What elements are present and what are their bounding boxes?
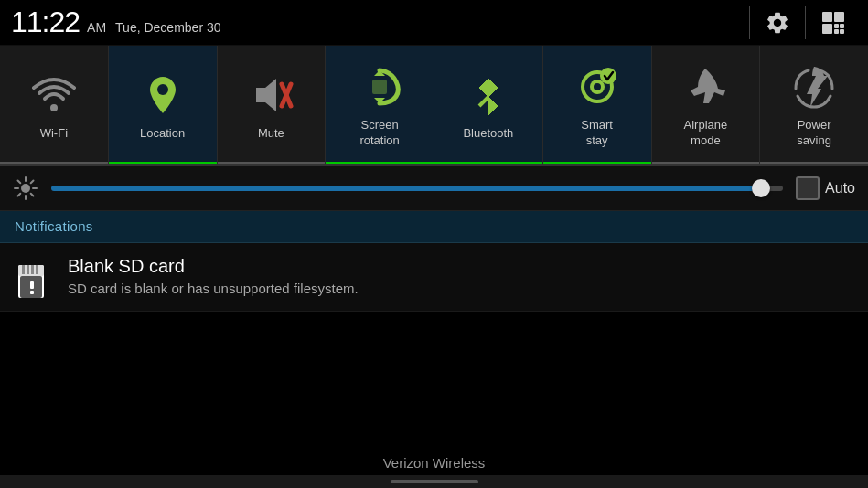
toggle-airplane-mode[interactable]: Airplanemode xyxy=(652,46,761,164)
location-label: Location xyxy=(140,126,185,142)
svg-rect-1 xyxy=(834,12,844,22)
screen-rotation-label: Screenrotation xyxy=(359,118,399,149)
notifications-title: Notifications xyxy=(15,218,93,234)
time-display: 11:22 AM Tue, December 30 xyxy=(11,5,221,39)
notifications-header: Notifications xyxy=(0,211,868,243)
bluetooth-indicator xyxy=(434,162,542,164)
svg-rect-2 xyxy=(822,24,832,34)
settings-button[interactable] xyxy=(754,3,801,43)
sd-card-icon-container xyxy=(15,258,55,298)
svg-line-24 xyxy=(31,181,34,184)
toggle-mute[interactable]: Mute xyxy=(218,46,327,164)
time-hours: 11:22 xyxy=(11,5,80,39)
toggle-power-saving[interactable]: Powersaving xyxy=(760,46,868,164)
svg-line-22 xyxy=(18,181,21,184)
status-bar: 11:22 AM Tue, December 30 xyxy=(0,0,868,46)
wifi-indicator xyxy=(0,162,108,164)
screen-rotation-indicator xyxy=(326,162,434,164)
brightness-row: Auto xyxy=(0,166,868,211)
location-indicator xyxy=(109,162,217,164)
svg-line-25 xyxy=(18,194,21,196)
sd-card-icon xyxy=(15,258,55,298)
toggle-bluetooth[interactable]: Bluetooth xyxy=(434,46,543,164)
notification-item-body: SD card is blank or has unsupported file… xyxy=(68,281,853,296)
svg-rect-11 xyxy=(372,80,387,94)
smart-stay-indicator xyxy=(543,162,651,164)
svg-point-7 xyxy=(157,84,168,95)
bluetooth-icon xyxy=(465,71,512,119)
gear-icon xyxy=(765,10,790,36)
toggle-location[interactable]: Location xyxy=(109,46,218,164)
mute-indicator xyxy=(218,162,326,164)
airplane-mode-indicator xyxy=(652,162,760,164)
power-saving-icon xyxy=(790,63,838,111)
svg-line-12 xyxy=(479,97,488,106)
time-date: Tue, December 30 xyxy=(115,20,220,35)
svg-rect-35 xyxy=(30,281,34,289)
svg-point-15 xyxy=(594,83,601,90)
bottom-bar xyxy=(0,475,868,488)
power-saving-indicator xyxy=(760,162,868,164)
divider xyxy=(749,6,750,39)
wifi-label: Wi-Fi xyxy=(40,126,68,142)
svg-rect-0 xyxy=(822,12,832,22)
bottom-scrollbar[interactable] xyxy=(391,480,478,483)
svg-point-17 xyxy=(21,184,30,193)
airplane-mode-icon xyxy=(681,63,729,111)
svg-rect-29 xyxy=(27,265,29,274)
svg-rect-30 xyxy=(31,265,34,274)
carrier-text: Verizon Wireless xyxy=(383,455,486,471)
bluetooth-label: Bluetooth xyxy=(463,126,513,142)
svg-line-23 xyxy=(31,194,34,196)
quick-toggles: Wi-Fi Location Mute xyxy=(0,46,868,166)
multiwindow-button[interactable] xyxy=(809,3,857,43)
brightness-icon xyxy=(13,175,38,201)
auto-brightness-label: Auto xyxy=(825,180,855,196)
mute-icon xyxy=(247,71,295,119)
screen-rotation-icon xyxy=(356,63,403,111)
notification-item-sd-card[interactable]: Blank SD card SD card is blank or has un… xyxy=(0,243,868,312)
power-saving-label: Powersaving xyxy=(797,118,831,149)
multiwindow-icon xyxy=(820,10,846,36)
brightness-thumb xyxy=(752,179,770,197)
status-bar-right xyxy=(745,3,857,43)
smart-stay-label: Smartstay xyxy=(581,118,613,149)
brightness-slider[interactable] xyxy=(51,179,783,197)
mute-label: Mute xyxy=(258,126,284,142)
airplane-mode-label: Airplanemode xyxy=(684,118,728,149)
toggle-smart-stay[interactable]: Smartstay xyxy=(543,46,652,164)
svg-rect-5 xyxy=(834,29,839,34)
toggle-screen-rotation[interactable]: Screenrotation xyxy=(326,46,434,164)
time-ampm: AM xyxy=(87,20,106,35)
footer: Verizon Wireless xyxy=(0,455,868,472)
auto-brightness-container: Auto xyxy=(796,176,855,200)
svg-marker-8 xyxy=(256,79,276,111)
svg-rect-31 xyxy=(36,265,38,274)
svg-rect-36 xyxy=(30,291,34,294)
auto-brightness-checkbox[interactable] xyxy=(796,176,820,200)
brightness-track xyxy=(51,186,783,191)
toggle-wifi[interactable]: Wi-Fi xyxy=(0,46,109,164)
svg-point-16 xyxy=(600,68,616,84)
svg-rect-6 xyxy=(840,29,844,34)
divider2 xyxy=(805,6,806,39)
location-icon xyxy=(139,71,187,119)
svg-rect-3 xyxy=(834,24,839,28)
wifi-icon xyxy=(30,71,78,119)
notification-item-title: Blank SD card xyxy=(68,256,853,277)
notification-text: Blank SD card SD card is blank or has un… xyxy=(68,256,853,296)
smart-stay-icon xyxy=(573,63,621,111)
notification-list: Blank SD card SD card is blank or has un… xyxy=(0,243,868,312)
svg-rect-28 xyxy=(22,265,25,274)
svg-rect-4 xyxy=(840,24,844,28)
